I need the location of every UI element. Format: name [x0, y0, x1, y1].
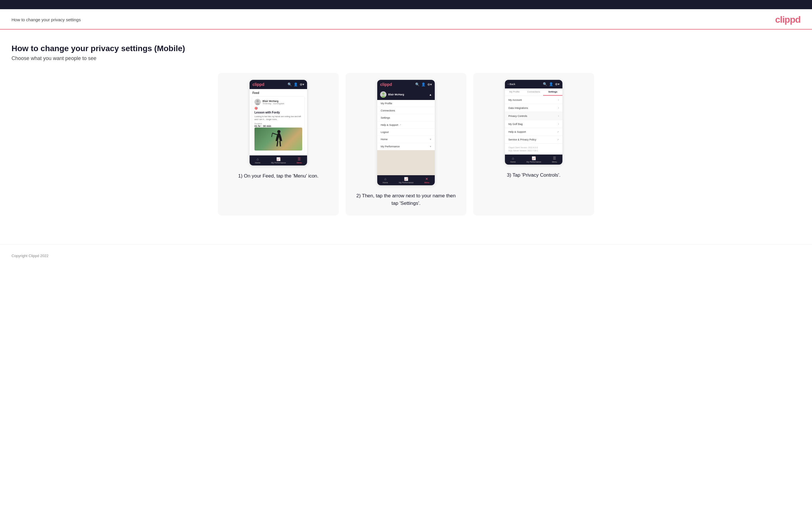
back-label: Back	[509, 83, 515, 86]
nav-home[interactable]: ⌂ Home	[510, 156, 516, 163]
settings-privacy-controls[interactable]: Privacy Controls ›	[505, 112, 562, 120]
header: How to change your privacy settings clip…	[0, 9, 812, 30]
phone-1-logo: clippd	[252, 82, 264, 87]
settings-my-account[interactable]: My Account ›	[505, 96, 562, 104]
nav-performance-label: My Performance	[526, 161, 541, 163]
data-integrations-label: Data Integrations	[508, 107, 528, 109]
dropdown-logout[interactable]: Logout	[377, 129, 435, 136]
nav-performance-label: My Performance	[271, 162, 286, 164]
nav-menu[interactable]: ☰ Menu	[297, 157, 302, 164]
nav-menu-label: Menu	[552, 161, 557, 163]
phone-1-feed: Feed Blair McHarg Yesterday · Sunningdal…	[250, 89, 307, 155]
phone-3-nav: ⌂ Home 📈 My Performance ☰ Menu	[505, 155, 562, 165]
user-icon: 👤	[549, 82, 553, 86]
help-support-label: Help & Support	[508, 130, 526, 133]
chevron-up-icon: ▲	[429, 93, 432, 96]
nav-close-label: Menu	[424, 181, 429, 183]
phone-1-nav: ⌂ Home 📈 My Performance ☰ Menu	[250, 155, 307, 165]
nav-close[interactable]: ✕ Menu	[424, 177, 429, 183]
main-content: How to change your privacy settings (Mob…	[0, 30, 812, 227]
chevron-right-icon: ›	[558, 106, 559, 109]
settings-tabs: My Profile Connections Settings	[505, 89, 562, 96]
nav-home[interactable]: ⌂ Home	[255, 157, 260, 164]
home-icon: ⌂	[512, 156, 514, 160]
search-icon: 🔍	[288, 82, 292, 87]
settings-icon: ⊕▾	[555, 82, 560, 86]
dropdown-username: Blair McHarg	[388, 93, 404, 96]
dropdown-my-profile[interactable]: My Profile	[377, 100, 435, 107]
feed-post-icon: 🎯	[254, 107, 302, 110]
home-section-label: Home	[381, 138, 388, 141]
external-link-icon: ↗	[557, 131, 559, 133]
nav-performance[interactable]: 📈 My Performance	[526, 156, 541, 163]
step-1-card: clippd 🔍 👤 ⊕▾ Feed	[218, 73, 339, 215]
nav-home-label: Home	[255, 162, 260, 164]
step-2-caption: 2) Then, tap the arrow next to your name…	[353, 192, 459, 207]
nav-home[interactable]: ⌂ Home	[383, 177, 388, 183]
my-golf-bag-label: My Golf Bag	[508, 123, 523, 125]
tab-my-profile[interactable]: My Profile	[505, 89, 524, 96]
svg-point-1	[256, 103, 260, 105]
dropdown-help[interactable]: Help & Support ↗	[377, 121, 435, 129]
user-icon: 👤	[421, 82, 425, 87]
svg-point-4	[381, 96, 385, 98]
chevron-right-icon: ›	[558, 98, 559, 101]
chevron-right-icon: ›	[558, 114, 559, 117]
feed-post: Blair McHarg Yesterday · Sunningdale 🎯 L…	[252, 96, 305, 153]
phone-2-header: clippd 🔍 👤 ⊕▾	[377, 80, 435, 89]
step-1-caption: 1) On your Feed, tap the 'Menu' icon.	[238, 172, 318, 180]
nav-home-label: Home	[383, 181, 388, 183]
tab-settings[interactable]: Settings	[543, 89, 562, 96]
nav-performance-label: My Performance	[399, 181, 413, 183]
settings-service-privacy[interactable]: Service & Privacy Policy ↗	[505, 136, 562, 144]
server-version: GQL Server Version: 2022.7.30-1	[508, 149, 559, 152]
phone-2-nav: ⌂ Home 📈 My Performance ✕ Menu	[377, 175, 435, 185]
dropdown-performance-section[interactable]: My Performance ▾	[377, 143, 435, 150]
dropdown-menu: Blair McHarg ▲ My Profile Connections Se…	[377, 89, 435, 150]
settings-icon: ⊕▾	[427, 82, 432, 87]
feed-user-name: Blair McHarg	[262, 100, 285, 103]
nav-home-label: Home	[510, 161, 516, 163]
dropdown-home-section[interactable]: Home ▾	[377, 136, 435, 143]
phone-3-icons: 🔍 👤 ⊕▾	[543, 82, 560, 86]
nav-performance[interactable]: 📈 My Performance	[399, 177, 413, 183]
avatar	[254, 99, 261, 105]
settings-list: My Account › Data Integrations › Privacy…	[505, 96, 562, 155]
phone-2-logo: clippd	[380, 82, 392, 87]
close-icon: ✕	[425, 177, 428, 181]
nav-menu[interactable]: ☰ Menu	[552, 156, 557, 163]
page-subtitle: Choose what you want people to see	[11, 55, 801, 61]
client-version: Clippd Client Version: 2022.8.3-3	[508, 146, 559, 149]
phone-2-icons: 🔍 👤 ⊕▾	[415, 82, 432, 87]
service-privacy-label: Service & Privacy Policy	[508, 138, 536, 141]
chevron-right-icon: ›	[558, 122, 559, 125]
search-icon: 🔍	[415, 82, 419, 87]
home-icon: ⌂	[384, 177, 386, 181]
menu-icon: ☰	[298, 157, 301, 161]
home-icon: ⌂	[256, 157, 258, 161]
avatar	[380, 91, 387, 98]
feed-post-title: Lesson with Fordy	[254, 111, 302, 114]
phone-2-content: Blair McHarg ▲ My Profile Connections Se…	[377, 89, 435, 175]
step-3-caption: 3) Tap 'Privacy Controls'.	[507, 171, 561, 179]
search-icon: 🔍	[543, 82, 547, 86]
tab-connections[interactable]: Connections	[524, 89, 544, 96]
phone-mockup-3: ‹ Back 🔍 👤 ⊕▾ My Profile Connections Set…	[505, 80, 562, 165]
svg-point-2	[277, 130, 281, 133]
back-button[interactable]: ‹ Back	[508, 83, 515, 86]
external-link-icon: ↗	[399, 124, 401, 126]
dropdown-connections[interactable]: Connections	[377, 107, 435, 114]
settings-help-support[interactable]: Help & Support ↗	[505, 128, 562, 136]
nav-performance[interactable]: 📈 My Performance	[271, 157, 286, 164]
dropdown-settings[interactable]: Settings	[377, 114, 435, 121]
back-arrow-icon: ‹	[508, 83, 509, 86]
settings-data-integrations[interactable]: Data Integrations ›	[505, 104, 562, 112]
dropdown-user-row[interactable]: Blair McHarg ▲	[377, 89, 435, 100]
dropdown-help-label: Help & Support	[381, 123, 398, 126]
phone-3-header: ‹ Back 🔍 👤 ⊕▾	[505, 80, 562, 89]
settings-icon: ⊕▾	[300, 82, 304, 87]
phone-mockup-1: clippd 🔍 👤 ⊕▾ Feed	[250, 80, 307, 165]
feed-post-image	[254, 127, 302, 151]
settings-my-golf-bag[interactable]: My Golf Bag ›	[505, 120, 562, 128]
svg-point-3	[382, 93, 385, 95]
